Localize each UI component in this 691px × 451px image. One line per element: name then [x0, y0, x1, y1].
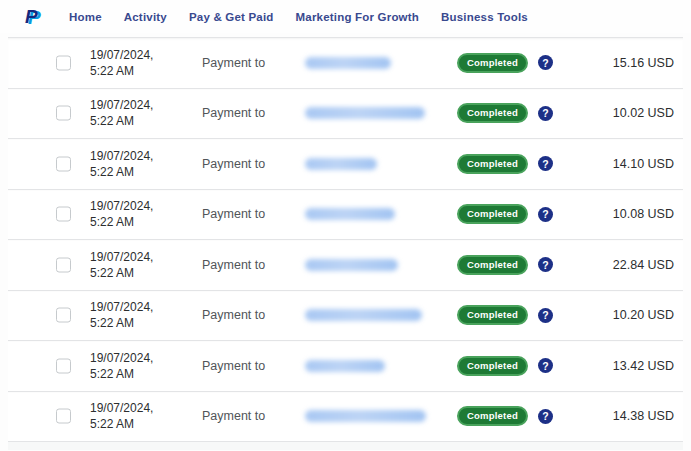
- status-badge: Completed: [457, 406, 528, 426]
- nav-item-activity[interactable]: Activity: [113, 7, 178, 27]
- transaction-description: Payment to: [202, 359, 265, 373]
- transaction-date: 19/07/2024, 5:22 AM: [90, 400, 170, 432]
- recipient-link-blurred[interactable]: [305, 259, 398, 271]
- help-icon[interactable]: ?: [538, 257, 553, 272]
- help-icon[interactable]: ?: [538, 156, 553, 171]
- transaction-row[interactable]: 19/07/2024, 5:22 AM Payment to Completed…: [8, 391, 683, 442]
- help-icon[interactable]: ?: [538, 308, 553, 323]
- help-icon[interactable]: ?: [538, 358, 553, 373]
- transaction-amount: 14.38 USD: [613, 409, 674, 423]
- row-checkbox[interactable]: [56, 156, 71, 171]
- row-checkbox[interactable]: [56, 55, 71, 70]
- transaction-row[interactable]: 19/07/2024, 5:22 AM Payment to Completed…: [8, 189, 683, 240]
- transactions-table: 19/07/2024, 5:22 AM Payment to Completed…: [8, 37, 683, 450]
- paypal-logo[interactable]: P P: [24, 6, 44, 28]
- status-badge: Completed: [457, 255, 528, 275]
- status-badge: Completed: [457, 305, 528, 325]
- recipient-link-blurred[interactable]: [305, 410, 426, 422]
- transaction-date: 19/07/2024, 5:22 AM: [90, 97, 170, 129]
- nav-links: Home Activity Pay & Get Paid Marketing F…: [58, 7, 539, 27]
- help-icon[interactable]: ?: [538, 409, 553, 424]
- transaction-date: 19/07/2024, 5:22 AM: [90, 249, 170, 281]
- transaction-amount: 22.84 USD: [613, 258, 674, 272]
- row-checkbox[interactable]: [56, 358, 71, 373]
- transaction-amount: 10.02 USD: [613, 106, 674, 120]
- status-badge: Completed: [457, 356, 528, 376]
- transaction-description: Payment to: [202, 409, 265, 423]
- transaction-description: Payment to: [202, 308, 265, 322]
- transaction-row[interactable]: 19/07/2024, 5:22 AM Payment to Completed…: [8, 138, 683, 189]
- transaction-amount: 10.20 USD: [613, 308, 674, 322]
- recipient-link-blurred[interactable]: [305, 158, 377, 170]
- row-checkbox[interactable]: [56, 257, 71, 272]
- transaction-date: 19/07/2024, 5:22 AM: [90, 198, 170, 230]
- transaction-amount: 15.16 USD: [613, 56, 674, 70]
- transaction-row[interactable]: 19/07/2024, 5:22 AM Payment to Completed…: [8, 290, 683, 341]
- recipient-link-blurred[interactable]: [305, 360, 385, 372]
- transaction-description: Payment to: [202, 157, 265, 171]
- status-badge: Completed: [457, 53, 528, 73]
- nav-item-business-tools[interactable]: Business Tools: [430, 7, 539, 27]
- row-checkbox[interactable]: [56, 308, 71, 323]
- recipient-link-blurred[interactable]: [305, 309, 422, 321]
- recipient-link-blurred[interactable]: [305, 57, 391, 69]
- nav-item-home[interactable]: Home: [58, 7, 113, 27]
- help-icon[interactable]: ?: [538, 207, 553, 222]
- status-badge: Completed: [457, 204, 528, 224]
- transaction-row[interactable]: 19/07/2024, 5:22 AM Payment to Completed…: [8, 37, 683, 88]
- transaction-row[interactable]: 19/07/2024, 5:22 AM Payment to Completed…: [8, 340, 683, 391]
- help-icon[interactable]: ?: [538, 106, 553, 121]
- transaction-amount: 10.08 USD: [613, 207, 674, 221]
- transaction-row[interactable]: 19/07/2024, 5:22 AM Payment to Completed…: [8, 239, 683, 290]
- recipient-link-blurred[interactable]: [305, 107, 425, 119]
- help-icon[interactable]: ?: [538, 55, 553, 70]
- transaction-date: 19/07/2024, 5:22 AM: [90, 350, 170, 382]
- transaction-description: Payment to: [202, 106, 265, 120]
- transaction-description: Payment to: [202, 207, 265, 221]
- recipient-link-blurred[interactable]: [305, 208, 395, 220]
- status-badge: Completed: [457, 103, 528, 123]
- row-checkbox[interactable]: [56, 106, 71, 121]
- transaction-date: 19/07/2024, 5:22 AM: [90, 299, 170, 331]
- status-badge: Completed: [457, 154, 528, 174]
- transaction-amount: 13.42 USD: [613, 359, 674, 373]
- transaction-row[interactable]: 19/07/2024, 5:22 AM Payment to Completed…: [8, 88, 683, 139]
- transaction-date: 19/07/2024, 5:22 AM: [90, 47, 170, 79]
- nav-item-marketing-for-growth[interactable]: Marketing For Growth: [285, 7, 430, 27]
- transaction-date: 19/07/2024, 5:22 AM: [90, 148, 170, 180]
- transaction-description: Payment to: [202, 258, 265, 272]
- nav-item-pay-get-paid[interactable]: Pay & Get Paid: [178, 7, 285, 27]
- transaction-amount: 14.10 USD: [613, 157, 674, 171]
- top-nav: P P Home Activity Pay & Get Paid Marketi…: [0, 0, 691, 33]
- row-checkbox[interactable]: [56, 409, 71, 424]
- transaction-description: Payment to: [202, 56, 265, 70]
- next-row-partial: [8, 441, 683, 450]
- row-checkbox[interactable]: [56, 207, 71, 222]
